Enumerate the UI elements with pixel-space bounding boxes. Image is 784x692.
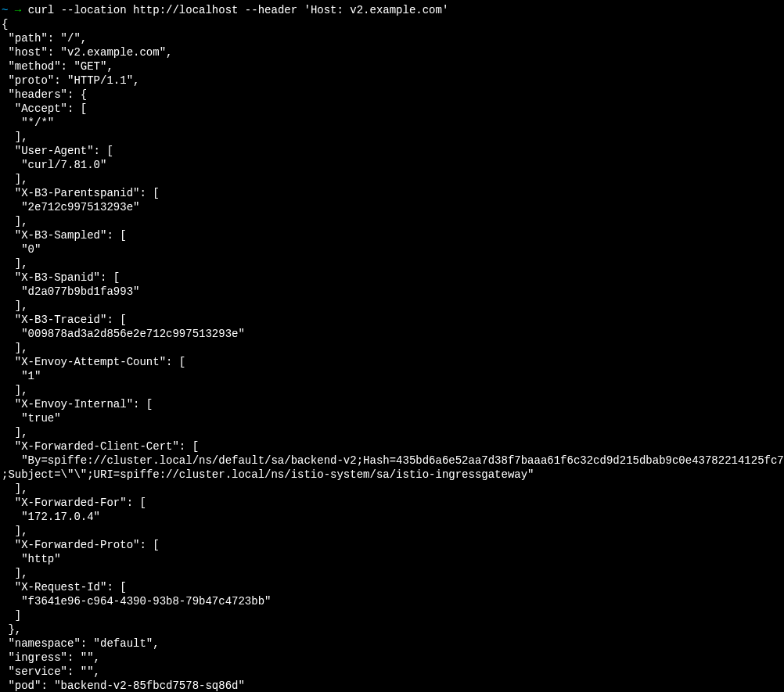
output-line: "proto": "HTTP/1.1", [2, 74, 782, 88]
output-line: ], [2, 383, 782, 397]
output-line: ] [2, 608, 782, 622]
output-line: "X-B3-Traceid": [ [2, 313, 782, 327]
output-line: "f3641e96-c964-4390-93b8-79b47c4723bb" [2, 594, 782, 608]
output-line: ;Subject=\"\";URI=spiffe://cluster.local… [2, 468, 782, 482]
output-line: "headers": { [2, 88, 782, 102]
output-line: { [2, 17, 782, 31]
output-line: "true" [2, 411, 782, 425]
output-line: "X-Forwarded-Proto": [ [2, 538, 782, 552]
terminal[interactable]: ~ → curl --location http://localhost --h… [0, 0, 784, 692]
terminal-output: { "path": "/", "host": "v2.example.com",… [2, 17, 782, 692]
output-line: "d2a077b9bd1fa993" [2, 285, 782, 299]
output-line: ], [2, 299, 782, 313]
output-line: "path": "/", [2, 31, 782, 45]
output-line: ], [2, 214, 782, 228]
output-line: ], [2, 256, 782, 271]
output-line: "pod": "backend-v2-85fbcd7578-sq86d" [2, 679, 782, 692]
output-line: "172.17.0.4" [2, 510, 782, 524]
output-line: "X-B3-Sampled": [ [2, 228, 782, 242]
output-line: ], [2, 482, 782, 496]
output-line: "host": "v2.example.com", [2, 45, 782, 59]
output-line: ], [2, 130, 782, 144]
command-line: curl --location http://localhost --heade… [28, 4, 449, 16]
output-line: "X-Envoy-Attempt-Count": [ [2, 355, 782, 369]
output-line: "curl/7.81.0" [2, 158, 782, 172]
output-line: "http" [2, 552, 782, 566]
prompt-tilde: ~ [2, 4, 8, 16]
output-line: "method": "GET", [2, 59, 782, 74]
output-line: ], [2, 425, 782, 439]
output-line: "ingress": "", [2, 651, 782, 665]
output-line: "0" [2, 242, 782, 256]
output-line: "X-Envoy-Internal": [ [2, 397, 782, 411]
output-line: "service": "", [2, 665, 782, 679]
output-line: "X-Request-Id": [ [2, 580, 782, 594]
output-line: "By=spiffe://cluster.local/ns/default/sa… [2, 454, 782, 468]
output-line: "1" [2, 369, 782, 383]
output-line: "User-Agent": [ [2, 144, 782, 158]
output-line: ], [2, 524, 782, 538]
output-line: "X-B3-Parentspanid": [ [2, 186, 782, 200]
output-line: "*/*" [2, 116, 782, 130]
output-line: ], [2, 341, 782, 355]
output-line: "Accept": [ [2, 102, 782, 116]
output-line: }, [2, 622, 782, 636]
output-line: ], [2, 566, 782, 580]
output-line: "X-Forwarded-Client-Cert": [ [2, 439, 782, 454]
output-line: "X-B3-Spanid": [ [2, 271, 782, 285]
output-line: ], [2, 172, 782, 186]
output-line: "namespace": "default", [2, 636, 782, 651]
prompt-arrow-icon: → [15, 4, 21, 16]
output-line: "009878ad3a2d856e2e712c997513293e" [2, 327, 782, 341]
output-line: "2e712c997513293e" [2, 200, 782, 214]
output-line: "X-Forwarded-For": [ [2, 496, 782, 510]
